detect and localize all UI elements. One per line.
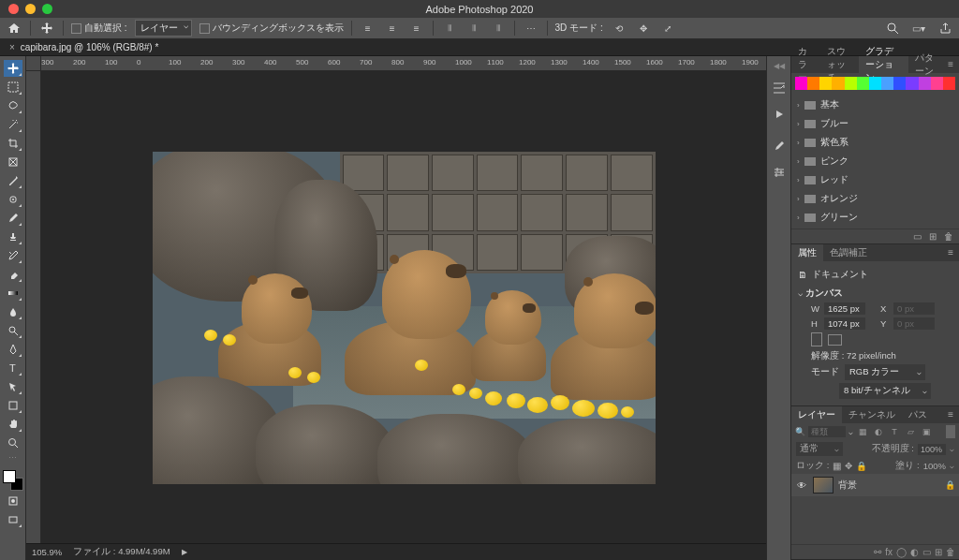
filter-shape-icon[interactable]: ▱ [904, 425, 917, 438]
color-swatches[interactable] [3, 470, 23, 491]
path-select-tool[interactable] [4, 378, 22, 395]
panel-menu-icon[interactable]: ≡ [942, 56, 959, 73]
close-window[interactable] [8, 4, 19, 14]
height-field[interactable]: 1074 px [824, 317, 865, 330]
zoom-level[interactable]: 105.9% [32, 547, 62, 557]
brush-panel-icon[interactable] [771, 138, 788, 155]
screenmode-tool[interactable] [4, 511, 22, 528]
opacity-field[interactable]: 100% [918, 444, 946, 455]
tab-layers[interactable]: レイヤー [791, 406, 842, 423]
layer-thumbnail[interactable] [813, 477, 834, 494]
shape-tool[interactable] [4, 397, 22, 414]
maximize-window[interactable] [42, 4, 52, 14]
actions-panel-icon[interactable] [771, 106, 788, 123]
color-mode-dropdown[interactable]: RGB カラー [845, 364, 925, 380]
gradient-folder[interactable]: ›基本 [791, 96, 959, 114]
ruler-horizontal[interactable]: 3002001000100200300400500600700800900100… [26, 56, 766, 71]
gradient-folder[interactable]: ›オレンジ [791, 189, 959, 208]
close-tab-icon[interactable]: × [9, 42, 15, 52]
fill-field[interactable]: 100% [923, 461, 946, 471]
link-icon[interactable]: ⚯ [874, 547, 881, 557]
trash-icon[interactable]: 🗑 [944, 231, 953, 242]
align-right-icon[interactable]: ≡ [408, 20, 425, 37]
mask-icon[interactable]: ◯ [896, 547, 907, 557]
new-icon[interactable]: ⊞ [929, 231, 937, 242]
hand-tool[interactable] [4, 416, 22, 433]
minimize-window[interactable] [25, 4, 36, 14]
tab-adjustments[interactable]: 色調補正 [823, 244, 874, 261]
crop-tool[interactable] [4, 135, 22, 152]
history-panel-icon[interactable] [771, 80, 788, 96]
width-field[interactable]: 1625 px [824, 302, 865, 315]
workspace-icon[interactable]: ▭▾ [910, 20, 927, 37]
layer-filter-input[interactable] [808, 426, 846, 437]
orbit-icon[interactable]: ⟲ [611, 20, 627, 37]
lasso-tool[interactable] [4, 97, 22, 114]
tab-channels[interactable]: チャンネル [842, 406, 902, 423]
lock-position-icon[interactable]: ✥ [845, 461, 852, 471]
brush-tool[interactable] [4, 210, 22, 227]
blur-tool[interactable] [4, 303, 22, 320]
landscape-icon[interactable] [828, 334, 842, 346]
distribute-icon[interactable]: ⫴ [441, 20, 458, 37]
gradient-folder[interactable]: ›ピンク [791, 152, 959, 170]
portrait-icon[interactable] [811, 332, 822, 346]
type-tool[interactable]: T [4, 360, 22, 376]
pen-tool[interactable] [4, 341, 22, 358]
share-icon[interactable] [937, 20, 953, 37]
filter-type-icon[interactable]: T [888, 425, 901, 438]
panel-menu-icon[interactable]: ≡ [942, 244, 959, 261]
new-layer-icon[interactable]: ⊞ [935, 547, 942, 557]
distribute-icon[interactable]: ⫴ [490, 20, 507, 37]
file-size[interactable]: ファイル : 4.99M/4.99M [73, 546, 170, 558]
lock-pixels-icon[interactable]: ▦ [833, 461, 841, 471]
gradient-tool[interactable] [4, 285, 22, 302]
search-icon[interactable] [884, 20, 901, 37]
gradient-folder[interactable]: ›レッド [791, 170, 959, 189]
filter-toggle[interactable] [946, 425, 955, 438]
stamp-tool[interactable] [4, 228, 22, 245]
fg-color-swatch[interactable] [3, 470, 16, 483]
healing-tool[interactable] [4, 191, 22, 208]
ruler-vertical[interactable] [26, 71, 41, 543]
tab-swatches[interactable]: スウォッチ [820, 56, 860, 73]
eraser-tool[interactable] [4, 266, 22, 283]
target-dropdown[interactable]: レイヤー [135, 20, 192, 37]
gradient-folder[interactable]: ›紫色系 [791, 133, 959, 152]
zoom-tool[interactable] [4, 435, 22, 451]
adjustments-panel-icon[interactable] [771, 164, 788, 181]
blend-mode-dropdown[interactable]: 通常 [796, 442, 843, 456]
lock-all-icon[interactable]: 🔒 [856, 461, 867, 471]
document-canvas[interactable] [153, 152, 656, 484]
filter-adjust-icon[interactable]: ◐ [872, 425, 885, 438]
dolly-icon[interactable]: ⤢ [659, 20, 676, 37]
lock-icon[interactable]: 🔒 [945, 480, 955, 490]
quickmask-tool[interactable] [4, 493, 22, 509]
filter-pixel-icon[interactable]: ▦ [856, 425, 869, 438]
document-tab[interactable]: × capibara.jpg @ 106% (RGB/8#) * [0, 40, 168, 54]
distribute-icon[interactable]: ⫴ [465, 20, 482, 37]
home-icon[interactable] [6, 20, 22, 37]
delete-icon[interactable]: 🗑 [946, 547, 955, 557]
visibility-icon[interactable]: 👁 [795, 480, 808, 491]
move-tool[interactable] [4, 60, 22, 77]
panel-menu-icon[interactable]: ≡ [942, 406, 959, 423]
more-icon[interactable]: ⋯ [523, 20, 539, 37]
history-brush-tool[interactable] [4, 247, 22, 264]
filter-smart-icon[interactable]: ▣ [920, 425, 933, 438]
align-center-icon[interactable]: ≡ [384, 20, 401, 37]
eyedropper-tool[interactable] [4, 172, 22, 189]
tab-properties[interactable]: 属性 [791, 244, 823, 261]
adjustment-icon[interactable]: ◐ [910, 547, 919, 557]
gradient-preset-bar[interactable] [795, 77, 955, 90]
align-left-icon[interactable]: ≡ [360, 20, 376, 37]
tab-gradients[interactable]: グラデーション [859, 56, 908, 73]
group-icon[interactable]: ▭ [922, 547, 931, 557]
folder-icon[interactable]: ▭ [913, 231, 922, 242]
bbox-checkbox[interactable]: バウンディングボックスを表示 [199, 22, 344, 35]
tab-paths[interactable]: パス [902, 406, 934, 423]
tab-color[interactable]: カラー [791, 56, 820, 73]
frame-tool[interactable] [4, 154, 22, 170]
tab-patterns[interactable]: パターン [908, 56, 942, 73]
gradient-folder[interactable]: ›ブルー [791, 114, 959, 133]
